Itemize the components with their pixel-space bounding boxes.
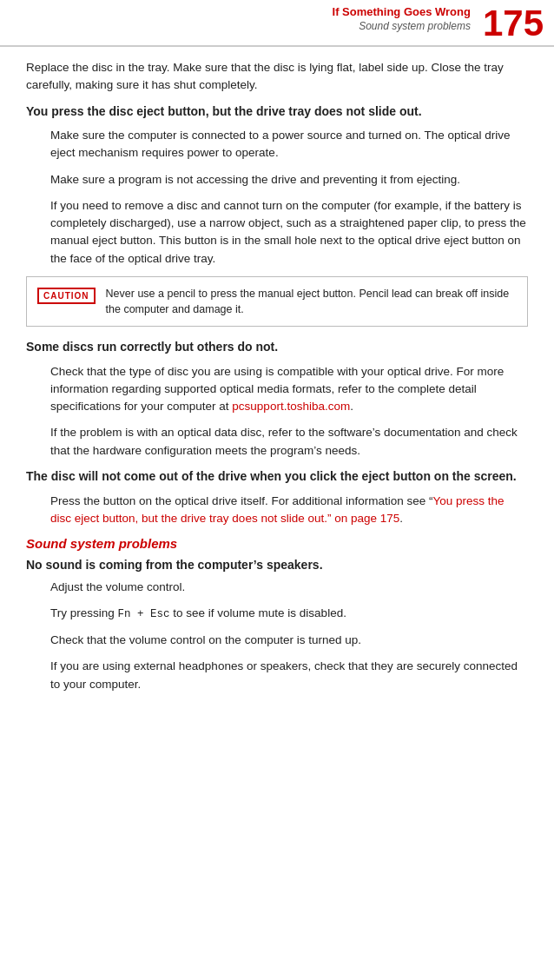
- caution-box: CAUTION Never use a pencil to press the …: [26, 276, 528, 327]
- section-heading-sound: Sound system problems: [26, 536, 528, 551]
- indent-block-eject: Make sure the computer is connected to a…: [26, 127, 528, 268]
- page-number: 175: [483, 5, 544, 42]
- para-press-button: Press the button on the optical drive it…: [50, 493, 528, 528]
- para-replace-disc: Replace the disc in the tray. Make sure …: [26, 59, 528, 95]
- heading-will-not-come-out: The disc will not come out of the drive …: [26, 468, 528, 486]
- indent-block-will-not-come-out: Press the button on the optical drive it…: [26, 493, 528, 528]
- main-content: Replace the disc in the tray. Make sure …: [0, 47, 554, 714]
- para-disc-compatible: Check that the type of disc you are usin…: [50, 363, 528, 416]
- para-press-button-end: .: [399, 512, 403, 525]
- heading-eject-button: You press the disc eject button, but the…: [26, 103, 528, 121]
- header-right: 175: [471, 5, 544, 42]
- para-optical-data: If the problem is with an optical data d…: [50, 424, 528, 460]
- header-section: Sound system problems: [333, 20, 471, 34]
- heading-no-sound: No sound is coming from the computer’s s…: [26, 558, 528, 572]
- indent-block-no-sound: Adjust the volume control. Try pressing …: [26, 579, 528, 693]
- indent-block-some-discs: Check that the type of disc you are usin…: [26, 363, 528, 460]
- header-text-block: If Something Goes Wrong Sound system pro…: [333, 5, 471, 33]
- header-chapter: If Something Goes Wrong: [333, 5, 471, 20]
- mono-fn-esc: Fn + Esc: [118, 608, 170, 620]
- heading-some-discs: Some discs run correctly but others do n…: [26, 339, 528, 356]
- para-fn-esc: Try pressing Fn + Esc to see if volume m…: [50, 605, 528, 623]
- caution-badge: CAUTION: [37, 288, 96, 304]
- para-external-headphones: If you are using external headphones or …: [50, 658, 528, 693]
- para-manual-eject: If you need to remove a disc and cannot …: [50, 197, 528, 268]
- page-header: If Something Goes Wrong Sound system pro…: [0, 0, 554, 47]
- caution-text: Never use a pencil to press the manual e…: [106, 286, 517, 317]
- para-power-source: Make sure the computer is connected to a…: [50, 127, 528, 162]
- para-adjust-volume: Adjust the volume control.: [50, 579, 528, 596]
- link-toshiba[interactable]: pcsupport.toshiba.com: [232, 400, 350, 413]
- para-press-button-text: Press the button on the optical drive it…: [50, 494, 432, 507]
- para-disc-compatible-end: .: [350, 400, 353, 413]
- para-program-access: Make sure a program is not accessing the…: [50, 171, 528, 189]
- para-volume-turned-up: Check that the volume control on the com…: [50, 632, 528, 649]
